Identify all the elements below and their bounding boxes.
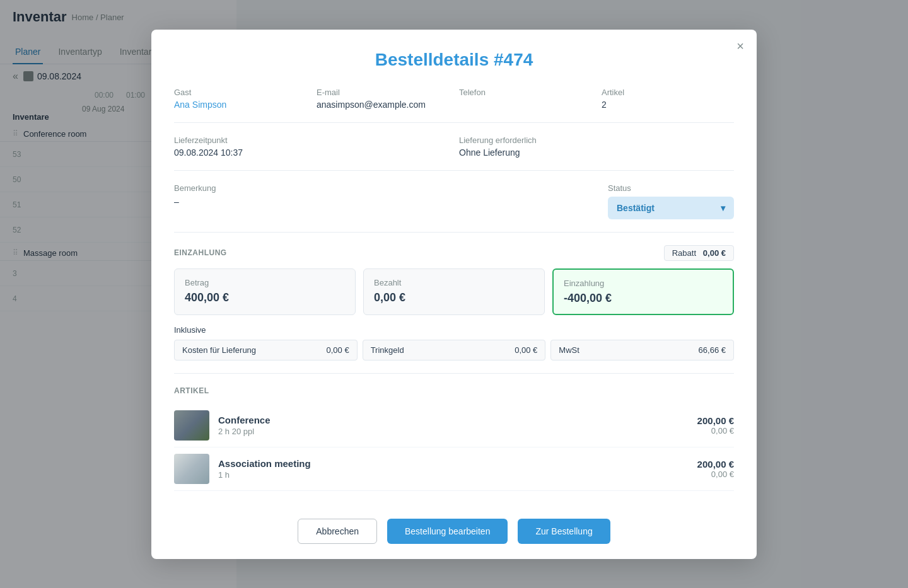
- cancel-button[interactable]: Abbrechen: [298, 519, 377, 544]
- artikel-sub-0: 2 h 20 ppl: [218, 427, 689, 436]
- modal-title-text: Bestelldetails: [375, 50, 489, 69]
- artikel-info-0: Conference 2 h 20 ppl: [218, 415, 689, 436]
- bemerkung-value: –: [174, 197, 598, 207]
- delivery-grid: Lieferzeitpunkt 09.08.2024 10:37 Lieferu…: [174, 135, 734, 158]
- einzahlung-card: Einzahlung -400,00 €: [552, 268, 734, 315]
- inklusive-label-1: Trinkgeld: [371, 345, 404, 355]
- inklusive-item-1: Trinkgeld 0,00 €: [363, 340, 546, 360]
- artikel-price-main-0: 200,00 €: [697, 415, 734, 426]
- modal-close-button[interactable]: ×: [736, 40, 744, 52]
- lieferzeitpunkt-value: 09.08.2024 10:37: [174, 147, 449, 158]
- rabatt-label: Rabatt: [672, 248, 696, 258]
- inklusive-items: Kosten für Lieferung 0,00 € Trinkgeld 0,…: [174, 340, 734, 360]
- artikel-price-0: 200,00 € 0,00 €: [697, 415, 734, 435]
- status-dropdown[interactable]: Bestätigt ▾: [608, 197, 734, 219]
- inklusive-value-2: 66,66 €: [699, 345, 726, 355]
- status-col: Status Bestätigt ▾: [608, 183, 734, 219]
- lieferzeitpunkt-label: Lieferzeitpunkt: [174, 135, 449, 145]
- inklusive-label: Inklusive: [174, 325, 734, 335]
- artikel-title: ARTIKEL: [174, 386, 734, 395]
- inklusive-item-2: MwSt 66,66 €: [550, 340, 734, 360]
- artikel-thumb-1: [174, 454, 209, 484]
- artikel-count-label: Artikel: [602, 88, 734, 97]
- bezahlt-value: 0,00 €: [374, 291, 534, 304]
- einzahlung-card-value: -400,00 €: [564, 292, 723, 305]
- gast-value[interactable]: Ana Simpson: [174, 100, 306, 110]
- artikel-name-0: Conference: [218, 415, 689, 425]
- divider-2: [174, 170, 734, 171]
- artikel-count-value: 2: [602, 100, 734, 110]
- inklusive-value-1: 0,00 €: [515, 345, 537, 355]
- inklusive-item-0: Kosten für Lieferung 0,00 €: [174, 340, 358, 360]
- artikel-item-0: Conference 2 h 20 ppl 200,00 € 0,00 €: [174, 404, 734, 447]
- goto-order-button[interactable]: Zur Bestellung: [518, 519, 610, 544]
- order-details-modal: × Bestelldetails #474 Gast Ana Simpson E…: [151, 30, 757, 559]
- inklusive-value-0: 0,00 €: [327, 345, 349, 355]
- rabatt-box: Rabatt 0,00 €: [664, 245, 734, 261]
- divider-3: [174, 232, 734, 233]
- rabatt-value: 0,00 €: [703, 248, 726, 258]
- divider-1: [174, 122, 734, 123]
- status-label: Status: [608, 183, 734, 193]
- artikel-item-1: Association meeting 1 h 200,00 € 0,00 €: [174, 447, 734, 491]
- divider-4: [174, 373, 734, 374]
- telefon-col: Telefon: [459, 88, 591, 110]
- inklusive-label-0: Kosten für Lieferung: [182, 345, 256, 355]
- bezahlt-label: Bezahlt: [374, 278, 534, 287]
- email-col: E-mail anasimpson@example.com: [317, 88, 449, 110]
- payment-cards: Betrag 400,00 € Bezahlt 0,00 € Einzahlun…: [174, 268, 734, 315]
- modal-footer: Abbrechen Bestellung bearbeiten Zur Best…: [174, 509, 734, 544]
- einzahlung-header: EINZAHLUNG Rabatt 0,00 €: [174, 245, 734, 261]
- lieferung-col: Lieferung erforderlich Ohne Lieferung: [459, 135, 734, 158]
- bezahlt-card: Bezahlt 0,00 €: [363, 268, 545, 315]
- artikel-price-discount-1: 0,00 €: [697, 470, 734, 479]
- artikel-col: Artikel 2: [602, 88, 734, 110]
- artikel-sub-1: 1 h: [218, 470, 689, 480]
- inklusive-label-2: MwSt: [559, 345, 579, 355]
- bemerkung-label: Bemerkung: [174, 183, 598, 193]
- telefon-label: Telefon: [459, 88, 591, 97]
- modal-title: Bestelldetails #474: [174, 50, 734, 70]
- email-value: anasimpson@example.com: [317, 100, 449, 110]
- lieferung-label: Lieferung erforderlich: [459, 135, 734, 145]
- lieferzeitpunkt-col: Lieferzeitpunkt 09.08.2024 10:37: [174, 135, 449, 158]
- artikel-price-discount-0: 0,00 €: [697, 426, 734, 435]
- status-value: Bestätigt: [617, 203, 655, 213]
- guest-info-grid: Gast Ana Simpson E-mail anasimpson@examp…: [174, 88, 734, 110]
- betrag-label: Betrag: [185, 278, 345, 287]
- artikel-price-main-1: 200,00 €: [697, 459, 734, 470]
- edit-order-button[interactable]: Bestellung bearbeiten: [387, 519, 508, 544]
- artikel-thumb-0: [174, 410, 209, 441]
- modal-order-number: #474: [494, 50, 533, 69]
- artikel-price-1: 200,00 € 0,00 €: [697, 459, 734, 479]
- bemerkung-status-grid: Bemerkung – Status Bestätigt ▾: [174, 183, 734, 219]
- email-label: E-mail: [317, 88, 449, 97]
- einzahlung-title: EINZAHLUNG: [174, 248, 227, 257]
- betrag-card: Betrag 400,00 €: [174, 268, 356, 315]
- modal-overlay: × Bestelldetails #474 Gast Ana Simpson E…: [0, 0, 908, 588]
- bemerkung-col: Bemerkung –: [174, 183, 598, 207]
- chevron-down-icon: ▾: [721, 203, 725, 213]
- artikel-info-1: Association meeting 1 h: [218, 458, 689, 480]
- gast-col: Gast Ana Simpson: [174, 88, 306, 110]
- lieferung-value: Ohne Lieferung: [459, 147, 734, 158]
- artikel-name-1: Association meeting: [218, 458, 689, 469]
- betrag-value: 400,00 €: [185, 291, 345, 304]
- gast-label: Gast: [174, 88, 306, 97]
- einzahlung-card-label: Einzahlung: [564, 279, 723, 288]
